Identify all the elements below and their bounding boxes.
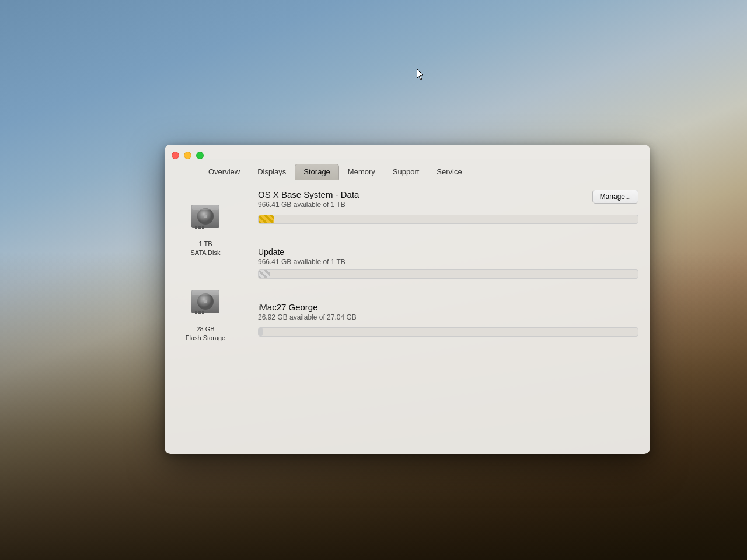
volume-avail-imac: 26.92 GB available of 27.04 GB xyxy=(258,313,357,321)
svg-point-4 xyxy=(204,215,207,218)
tab-storage[interactable]: Storage xyxy=(295,164,339,180)
tab-bar: Overview Displays Storage Memory Support… xyxy=(165,159,650,180)
sidebar: 1 TB SATA Disk xyxy=(165,180,246,454)
volume-name-imac: iMac27 George xyxy=(258,302,357,312)
sidebar-separator-1 xyxy=(173,271,238,271)
volume-info-osx: OS X Base System - Data 966.41 GB availa… xyxy=(258,190,359,209)
manage-button-osx[interactable]: Manage... xyxy=(592,190,638,204)
tab-support[interactable]: Support xyxy=(384,164,428,180)
progress-fill-osx xyxy=(259,215,274,223)
volume-section-osx: OS X Base System - Data 966.41 GB availa… xyxy=(258,190,638,224)
volume-info-update: Update 966.41 GB available of 1 TB xyxy=(258,247,345,266)
minimize-button[interactable] xyxy=(184,152,191,159)
tab-service[interactable]: Service xyxy=(428,164,470,180)
svg-rect-8 xyxy=(192,205,219,210)
volume-header-imac: iMac27 George 26.92 GB available of 27.0… xyxy=(258,302,638,321)
tab-displays[interactable]: Displays xyxy=(249,164,295,180)
svg-rect-7 xyxy=(202,226,204,229)
traffic-lights xyxy=(172,152,204,159)
progress-bar-imac xyxy=(258,327,638,337)
disk1-label: 1 TB SATA Disk xyxy=(191,240,221,258)
disk2-label: 28 GB Flash Storage xyxy=(186,325,225,343)
volume-info-imac: iMac27 George 26.92 GB available of 27.0… xyxy=(258,302,357,321)
disk-icon-flash xyxy=(187,284,224,321)
volume-avail-osx: 966.41 GB available of 1 TB xyxy=(258,201,359,209)
progress-bar-osx xyxy=(258,215,638,224)
volume-header-osx: OS X Base System - Data 966.41 GB availa… xyxy=(258,190,638,209)
volume-name-update: Update xyxy=(258,247,345,257)
svg-rect-5 xyxy=(195,226,197,229)
volume-header-update: Update 966.41 GB available of 1 TB xyxy=(258,247,638,266)
close-button[interactable] xyxy=(172,152,179,159)
svg-rect-6 xyxy=(198,226,201,229)
disk-icon-sata xyxy=(187,199,224,236)
title-bar xyxy=(165,145,650,159)
disk-item-sata[interactable]: 1 TB SATA Disk xyxy=(165,192,246,265)
svg-rect-12 xyxy=(195,311,197,314)
system-info-window: Overview Displays Storage Memory Support… xyxy=(165,145,650,454)
disk-item-flash[interactable]: 28 GB Flash Storage xyxy=(165,277,246,350)
main-panel: OS X Base System - Data 966.41 GB availa… xyxy=(246,180,650,454)
volume-section-update: Update 966.41 GB available of 1 TB xyxy=(258,247,638,279)
tab-overview[interactable]: Overview xyxy=(200,164,249,180)
content-area: 1 TB SATA Disk xyxy=(165,180,650,454)
volume-avail-update: 966.41 GB available of 1 TB xyxy=(258,258,345,266)
progress-fill-update xyxy=(259,270,270,278)
maximize-button[interactable] xyxy=(196,152,204,159)
progress-bar-update xyxy=(258,270,638,279)
tab-memory[interactable]: Memory xyxy=(339,164,384,180)
volume-section-imac: iMac27 George 26.92 GB available of 27.0… xyxy=(258,302,638,337)
svg-rect-14 xyxy=(202,311,204,314)
svg-point-11 xyxy=(204,300,207,303)
progress-fill-imac xyxy=(259,328,263,336)
volume-name-osx: OS X Base System - Data xyxy=(258,190,359,200)
svg-rect-15 xyxy=(192,290,219,295)
svg-rect-13 xyxy=(198,311,201,314)
